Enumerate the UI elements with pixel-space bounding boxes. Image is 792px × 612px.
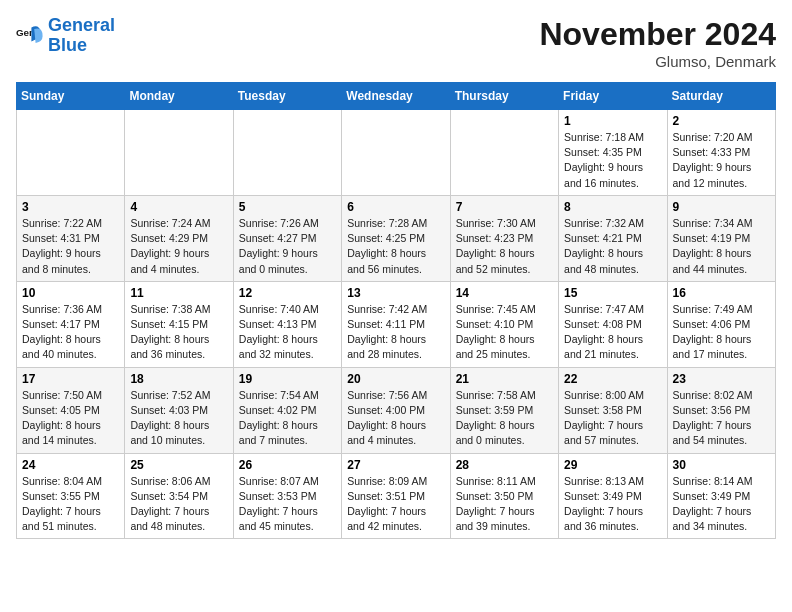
- column-header-monday: Monday: [125, 83, 233, 110]
- day-number: 10: [22, 286, 119, 300]
- calendar-cell: 28Sunrise: 8:11 AM Sunset: 3:50 PM Dayli…: [450, 453, 558, 539]
- calendar-cell: 21Sunrise: 7:58 AM Sunset: 3:59 PM Dayli…: [450, 367, 558, 453]
- day-number: 18: [130, 372, 227, 386]
- day-info: Sunrise: 7:47 AM Sunset: 4:08 PM Dayligh…: [564, 302, 661, 363]
- day-number: 13: [347, 286, 444, 300]
- day-number: 28: [456, 458, 553, 472]
- day-number: 2: [673, 114, 770, 128]
- day-info: Sunrise: 7:36 AM Sunset: 4:17 PM Dayligh…: [22, 302, 119, 363]
- day-info: Sunrise: 7:28 AM Sunset: 4:25 PM Dayligh…: [347, 216, 444, 277]
- day-number: 25: [130, 458, 227, 472]
- calendar-week-4: 17Sunrise: 7:50 AM Sunset: 4:05 PM Dayli…: [17, 367, 776, 453]
- day-number: 30: [673, 458, 770, 472]
- calendar: SundayMondayTuesdayWednesdayThursdayFrid…: [16, 82, 776, 539]
- day-info: Sunrise: 7:40 AM Sunset: 4:13 PM Dayligh…: [239, 302, 336, 363]
- day-number: 23: [673, 372, 770, 386]
- calendar-cell: 4Sunrise: 7:24 AM Sunset: 4:29 PM Daylig…: [125, 195, 233, 281]
- logo-icon: Gen: [16, 22, 44, 50]
- day-number: 26: [239, 458, 336, 472]
- day-info: Sunrise: 7:50 AM Sunset: 4:05 PM Dayligh…: [22, 388, 119, 449]
- logo: Gen General Blue: [16, 16, 115, 56]
- calendar-cell: 22Sunrise: 8:00 AM Sunset: 3:58 PM Dayli…: [559, 367, 667, 453]
- day-info: Sunrise: 8:00 AM Sunset: 3:58 PM Dayligh…: [564, 388, 661, 449]
- day-info: Sunrise: 8:07 AM Sunset: 3:53 PM Dayligh…: [239, 474, 336, 535]
- day-number: 5: [239, 200, 336, 214]
- day-number: 15: [564, 286, 661, 300]
- calendar-cell: 30Sunrise: 8:14 AM Sunset: 3:49 PM Dayli…: [667, 453, 775, 539]
- calendar-cell: 15Sunrise: 7:47 AM Sunset: 4:08 PM Dayli…: [559, 281, 667, 367]
- day-info: Sunrise: 7:34 AM Sunset: 4:19 PM Dayligh…: [673, 216, 770, 277]
- calendar-cell: 9Sunrise: 7:34 AM Sunset: 4:19 PM Daylig…: [667, 195, 775, 281]
- column-header-tuesday: Tuesday: [233, 83, 341, 110]
- day-info: Sunrise: 8:13 AM Sunset: 3:49 PM Dayligh…: [564, 474, 661, 535]
- day-number: 16: [673, 286, 770, 300]
- header: Gen General Blue November 2024 Glumso, D…: [16, 16, 776, 70]
- day-info: Sunrise: 7:52 AM Sunset: 4:03 PM Dayligh…: [130, 388, 227, 449]
- logo-text: General Blue: [48, 16, 115, 56]
- column-header-sunday: Sunday: [17, 83, 125, 110]
- day-number: 8: [564, 200, 661, 214]
- day-number: 12: [239, 286, 336, 300]
- column-header-thursday: Thursday: [450, 83, 558, 110]
- day-number: 7: [456, 200, 553, 214]
- day-info: Sunrise: 7:49 AM Sunset: 4:06 PM Dayligh…: [673, 302, 770, 363]
- calendar-cell: 23Sunrise: 8:02 AM Sunset: 3:56 PM Dayli…: [667, 367, 775, 453]
- day-info: Sunrise: 8:09 AM Sunset: 3:51 PM Dayligh…: [347, 474, 444, 535]
- day-info: Sunrise: 7:58 AM Sunset: 3:59 PM Dayligh…: [456, 388, 553, 449]
- calendar-cell: 18Sunrise: 7:52 AM Sunset: 4:03 PM Dayli…: [125, 367, 233, 453]
- calendar-cell: 7Sunrise: 7:30 AM Sunset: 4:23 PM Daylig…: [450, 195, 558, 281]
- day-number: 29: [564, 458, 661, 472]
- day-info: Sunrise: 8:14 AM Sunset: 3:49 PM Dayligh…: [673, 474, 770, 535]
- calendar-cell: 29Sunrise: 8:13 AM Sunset: 3:49 PM Dayli…: [559, 453, 667, 539]
- day-number: 3: [22, 200, 119, 214]
- calendar-cell: [233, 110, 341, 196]
- calendar-cell: 17Sunrise: 7:50 AM Sunset: 4:05 PM Dayli…: [17, 367, 125, 453]
- column-header-friday: Friday: [559, 83, 667, 110]
- calendar-cell: 19Sunrise: 7:54 AM Sunset: 4:02 PM Dayli…: [233, 367, 341, 453]
- calendar-cell: 25Sunrise: 8:06 AM Sunset: 3:54 PM Dayli…: [125, 453, 233, 539]
- day-number: 19: [239, 372, 336, 386]
- calendar-cell: 24Sunrise: 8:04 AM Sunset: 3:55 PM Dayli…: [17, 453, 125, 539]
- day-info: Sunrise: 7:18 AM Sunset: 4:35 PM Dayligh…: [564, 130, 661, 191]
- day-number: 20: [347, 372, 444, 386]
- day-info: Sunrise: 8:04 AM Sunset: 3:55 PM Dayligh…: [22, 474, 119, 535]
- calendar-cell: 13Sunrise: 7:42 AM Sunset: 4:11 PM Dayli…: [342, 281, 450, 367]
- day-info: Sunrise: 7:32 AM Sunset: 4:21 PM Dayligh…: [564, 216, 661, 277]
- month-title: November 2024: [539, 16, 776, 53]
- day-info: Sunrise: 7:26 AM Sunset: 4:27 PM Dayligh…: [239, 216, 336, 277]
- calendar-cell: 3Sunrise: 7:22 AM Sunset: 4:31 PM Daylig…: [17, 195, 125, 281]
- calendar-week-2: 3Sunrise: 7:22 AM Sunset: 4:31 PM Daylig…: [17, 195, 776, 281]
- calendar-cell: 5Sunrise: 7:26 AM Sunset: 4:27 PM Daylig…: [233, 195, 341, 281]
- day-info: Sunrise: 8:02 AM Sunset: 3:56 PM Dayligh…: [673, 388, 770, 449]
- calendar-cell: 14Sunrise: 7:45 AM Sunset: 4:10 PM Dayli…: [450, 281, 558, 367]
- day-number: 27: [347, 458, 444, 472]
- location: Glumso, Denmark: [539, 53, 776, 70]
- calendar-cell: 11Sunrise: 7:38 AM Sunset: 4:15 PM Dayli…: [125, 281, 233, 367]
- calendar-cell: 12Sunrise: 7:40 AM Sunset: 4:13 PM Dayli…: [233, 281, 341, 367]
- day-number: 6: [347, 200, 444, 214]
- calendar-cell: [125, 110, 233, 196]
- day-info: Sunrise: 7:30 AM Sunset: 4:23 PM Dayligh…: [456, 216, 553, 277]
- calendar-cell: 10Sunrise: 7:36 AM Sunset: 4:17 PM Dayli…: [17, 281, 125, 367]
- day-info: Sunrise: 7:42 AM Sunset: 4:11 PM Dayligh…: [347, 302, 444, 363]
- calendar-cell: 1Sunrise: 7:18 AM Sunset: 4:35 PM Daylig…: [559, 110, 667, 196]
- day-info: Sunrise: 8:06 AM Sunset: 3:54 PM Dayligh…: [130, 474, 227, 535]
- day-info: Sunrise: 8:11 AM Sunset: 3:50 PM Dayligh…: [456, 474, 553, 535]
- day-number: 14: [456, 286, 553, 300]
- day-number: 24: [22, 458, 119, 472]
- day-info: Sunrise: 7:24 AM Sunset: 4:29 PM Dayligh…: [130, 216, 227, 277]
- calendar-cell: 26Sunrise: 8:07 AM Sunset: 3:53 PM Dayli…: [233, 453, 341, 539]
- day-number: 1: [564, 114, 661, 128]
- calendar-cell: [450, 110, 558, 196]
- day-number: 22: [564, 372, 661, 386]
- day-info: Sunrise: 7:56 AM Sunset: 4:00 PM Dayligh…: [347, 388, 444, 449]
- day-info: Sunrise: 7:54 AM Sunset: 4:02 PM Dayligh…: [239, 388, 336, 449]
- calendar-cell: 20Sunrise: 7:56 AM Sunset: 4:00 PM Dayli…: [342, 367, 450, 453]
- calendar-week-3: 10Sunrise: 7:36 AM Sunset: 4:17 PM Dayli…: [17, 281, 776, 367]
- calendar-week-1: 1Sunrise: 7:18 AM Sunset: 4:35 PM Daylig…: [17, 110, 776, 196]
- calendar-cell: [342, 110, 450, 196]
- calendar-cell: 2Sunrise: 7:20 AM Sunset: 4:33 PM Daylig…: [667, 110, 775, 196]
- day-info: Sunrise: 7:38 AM Sunset: 4:15 PM Dayligh…: [130, 302, 227, 363]
- day-number: 21: [456, 372, 553, 386]
- day-info: Sunrise: 7:45 AM Sunset: 4:10 PM Dayligh…: [456, 302, 553, 363]
